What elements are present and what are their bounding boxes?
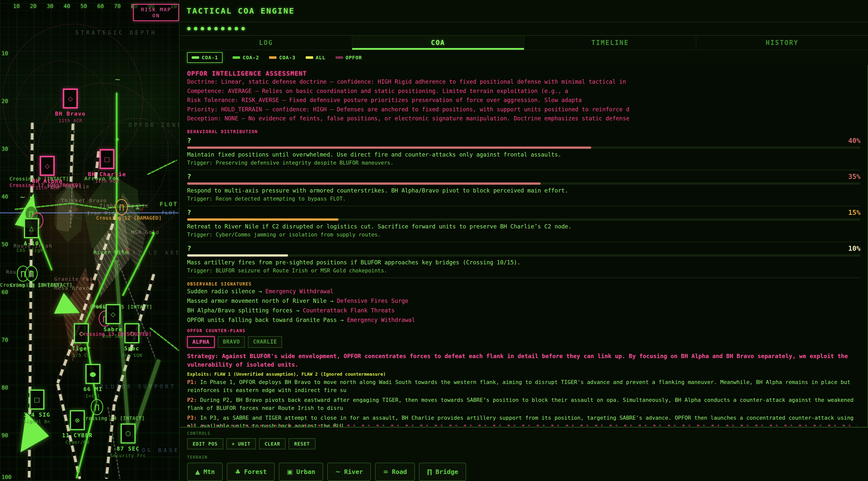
unit-subtitle: Cyber/EW (57, 440, 97, 445)
terrain-river-button[interactable]: ~River (327, 463, 371, 481)
behavior-name: ? (187, 209, 191, 216)
crossing-marker[interactable]: ∏ (115, 199, 128, 215)
ruler-left-tick: 90 (1, 432, 8, 439)
map-unit-bh-bravo[interactable]: ◇ BH Bravo 11th ACR (50, 88, 90, 123)
behavior-bar (187, 182, 861, 185)
signature-observation: BH Alpha/Bravo splitting forces (187, 307, 296, 313)
tab-timeline[interactable]: TIMELINE (524, 36, 696, 50)
legend-item-coa2[interactable]: COA-2 (232, 55, 259, 61)
terrain-road-button[interactable]: =Road (375, 463, 415, 481)
plan-exploits: Exploits: FLAW 1 (Unverified assumption)… (187, 371, 861, 377)
legend-swatch (269, 56, 277, 59)
signature-line: BH Alpha/Bravo splitting forces → Counte… (187, 306, 861, 315)
coa-content[interactable]: OPFOR INTELLIGENCE ASSESSMENT Doctrine: … (180, 65, 868, 427)
terrain-label: MSR Gold (131, 229, 159, 235)
intel-line: Doctrine: Linear, static defense doctrin… (187, 77, 861, 86)
terrain-mtn-button[interactable]: ▲Mtn (187, 463, 223, 481)
legend-label: COA-2 (243, 55, 259, 61)
status-dot (201, 27, 204, 30)
edit-pos-button[interactable]: EDIT POS (187, 438, 223, 449)
unit-symbol: ◇ (68, 95, 72, 102)
map-unit-tiger[interactable]: ◇ Tiger 1/5 CR (61, 323, 101, 358)
controls-heading: CONTROLS (187, 431, 868, 436)
river-label: River Nile (93, 249, 129, 255)
map-unit-324sig[interactable]: □ 324 SIG Signal Bn (17, 390, 57, 424)
unit-symbol: ◇ (45, 162, 50, 170)
terrain-bridge-button[interactable]: ∏Bridge (419, 463, 466, 481)
tactical-map[interactable]: 10 20 30 40 50 60 70 80 90 10 10 20 30 4… (0, 0, 180, 481)
behavior-name: ? (187, 244, 191, 252)
crossing-marker[interactable]: ∏ (25, 266, 38, 282)
phase-label: P1: (187, 379, 197, 385)
tab-log[interactable]: LOG (180, 36, 352, 50)
divider (187, 170, 861, 170)
signature-result: Emergency Withdrawal (347, 317, 415, 323)
map-unit-87sec[interactable]: ⬡ 87 SEC Security Frc (108, 423, 148, 458)
map-unit-11cyber[interactable]: ⊗ 11 CYBER Cyber/EW (57, 410, 97, 445)
signature-observation: Massed armor movement north of River Nil… (187, 298, 330, 304)
status-dot (208, 27, 211, 30)
crossing-label: Crossing 10 [INTACT] (10, 282, 72, 288)
unit-symbol: □ (104, 156, 110, 163)
plan-charlie-button[interactable]: CHARLIE (248, 336, 282, 348)
status-dot (228, 27, 231, 30)
terrain-section: TERRAIN ▲Mtn ♣Forest ▣Urban ~River =Road… (180, 449, 868, 481)
map-unit-bh-charlie[interactable]: □ BH Charlie 11th ACR (87, 149, 127, 184)
unit-subtitle: 3rd SQN (112, 353, 152, 358)
zone-label-strategic-depth: STRATEGIC DEPTH (75, 30, 157, 36)
unit-name: BH Bravo (50, 111, 90, 117)
terrain-button-label: Mtn (204, 468, 215, 476)
map-unit-a10[interactable]: △ A-10 CAS Flight (11, 218, 52, 253)
ruler-top-tick: 60 (97, 3, 104, 9)
add-unit-button[interactable]: + UNIT (226, 438, 256, 449)
mountain-icon: ▲ (68, 207, 72, 213)
flot-dash (149, 327, 179, 351)
map-unit-66mi[interactable]: ● 66 MI Intel (73, 364, 113, 398)
intel-line: Priority: HOLD_TERRAIN — confidence: HIG… (187, 105, 861, 114)
plan-bravo-button[interactable]: BRAVO (218, 336, 245, 348)
behavior-bar-fill (187, 147, 591, 149)
behavior-desc: Mass artillery fires from pre-sighted po… (187, 259, 861, 266)
signature-result: Counterattack Flank Threats (303, 307, 395, 313)
ruler-left-tick: 40 (1, 193, 8, 200)
plan-phase: P1: In Phase 1, OPFOR deploys BH Bravo t… (187, 378, 861, 395)
zone-label-opfor-zone: OPFOR ZONE (129, 122, 180, 128)
ruler-top-tick: 10 (13, 3, 20, 9)
reset-button[interactable]: RESET (288, 438, 315, 449)
legend-item-opfor[interactable]: OPFOR (336, 55, 362, 61)
behavior-desc: Maintain fixed positions until overwhelm… (187, 151, 861, 158)
terrain-button-label: Road (392, 468, 407, 476)
tab-coa[interactable]: COA (352, 36, 524, 50)
behavior-name: ? (187, 137, 191, 145)
unit-subtitle: Security Frc (108, 453, 148, 458)
terrain-urban-button[interactable]: ▣Urban (279, 463, 323, 481)
status-dot (235, 27, 238, 30)
legend-item-all[interactable]: ALL (306, 55, 326, 61)
distribution-heading: BEHAVIORAL DISTRIBUTION (187, 129, 861, 134)
map-unit-spec[interactable]: ◇ Spec 3rd SQN (112, 323, 152, 358)
legend-item-coa1[interactable]: COA-1 (187, 52, 222, 63)
signature-result: Emergency Withdrawal (266, 288, 334, 295)
unit-name: 87 SEC (108, 446, 148, 452)
counter-plans-heading: OPFOR COUNTER-PLANS (187, 328, 861, 333)
signature-result: Defensive Fires Surge (337, 298, 408, 304)
ruler-left-tick: 70 (1, 337, 8, 343)
behavior-bar-fill (187, 254, 288, 257)
legend-item-coa3[interactable]: COA-3 (269, 55, 296, 61)
clear-button[interactable]: CLEAR (259, 438, 285, 449)
unit-symbol: ● (89, 370, 96, 378)
risk-map-toggle[interactable]: RISK MAP ON (133, 4, 179, 21)
tab-history[interactable]: HISTORY (696, 36, 868, 50)
plan-phase: P2: During P2, BH Bravo pivots back east… (187, 396, 861, 412)
behavior-row: ?15% Retreat to River Nile if C2 disrupt… (187, 209, 861, 242)
obstacle-icon: ∅ (74, 207, 79, 212)
status-dot (187, 27, 191, 30)
plan-alpha-button[interactable]: ALPHA (187, 336, 215, 348)
behavior-name: ? (187, 173, 191, 180)
flot-label: FLOT (160, 201, 178, 207)
behavior-trigger: Trigger: Preserving defensive integrity … (187, 160, 861, 166)
waypoint-dot (116, 250, 118, 253)
unit-symbol: □ (34, 396, 40, 403)
map-unit-bh-alpha[interactable]: ◇ BH Alpha 11th ACR (27, 156, 67, 190)
terrain-forest-button[interactable]: ♣Forest (227, 463, 275, 481)
